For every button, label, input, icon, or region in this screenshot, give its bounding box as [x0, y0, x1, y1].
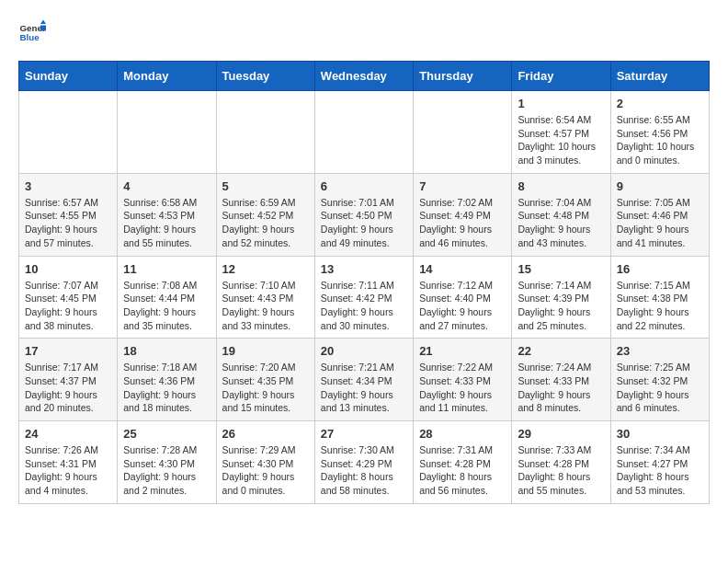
calendar-cell: 12Sunrise: 7:10 AM Sunset: 4:43 PM Dayli…: [216, 256, 314, 339]
day-number: 13: [321, 262, 407, 276]
calendar-cell: 4Sunrise: 6:58 AM Sunset: 4:53 PM Daylig…: [118, 173, 216, 256]
day-of-week-header: Sunday: [19, 62, 118, 91]
calendar-cell: 8Sunrise: 7:04 AM Sunset: 4:48 PM Daylig…: [512, 173, 610, 256]
calendar-cell: 9Sunrise: 7:05 AM Sunset: 4:46 PM Daylig…: [610, 173, 709, 256]
calendar-cell: 16Sunrise: 7:15 AM Sunset: 4:38 PM Dayli…: [610, 256, 709, 339]
day-number: 18: [123, 344, 210, 358]
day-info: Sunrise: 6:54 AM Sunset: 4:57 PM Dayligh…: [518, 113, 604, 167]
calendar-cell: 24Sunrise: 7:26 AM Sunset: 4:31 PM Dayli…: [19, 421, 118, 504]
day-info: Sunrise: 7:22 AM Sunset: 4:33 PM Dayligh…: [419, 361, 506, 415]
calendar-cell: [414, 91, 512, 174]
day-info: Sunrise: 7:21 AM Sunset: 4:34 PM Dayligh…: [321, 361, 407, 415]
calendar-cell: 14Sunrise: 7:12 AM Sunset: 4:40 PM Dayli…: [414, 256, 512, 339]
calendar-cell: 1Sunrise: 6:54 AM Sunset: 4:57 PM Daylig…: [512, 91, 610, 174]
calendar-cell: 18Sunrise: 7:18 AM Sunset: 4:36 PM Dayli…: [118, 339, 216, 421]
day-number: 14: [419, 262, 506, 276]
day-info: Sunrise: 7:34 AM Sunset: 4:27 PM Dayligh…: [617, 443, 703, 498]
logo-icon: General Blue: [18, 18, 46, 46]
day-info: Sunrise: 7:02 AM Sunset: 4:49 PM Dayligh…: [419, 196, 506, 250]
day-number: 1: [518, 97, 604, 110]
calendar-cell: 28Sunrise: 7:31 AM Sunset: 4:28 PM Dayli…: [414, 421, 512, 504]
calendar-cell: 27Sunrise: 7:30 AM Sunset: 4:29 PM Dayli…: [314, 421, 413, 504]
page-header: General Blue: [18, 18, 710, 46]
day-of-week-header: Monday: [118, 62, 216, 91]
calendar-table: SundayMondayTuesdayWednesdayThursdayFrid…: [18, 61, 710, 504]
day-info: Sunrise: 7:26 AM Sunset: 4:31 PM Dayligh…: [25, 443, 111, 498]
calendar-cell: 26Sunrise: 7:29 AM Sunset: 4:30 PM Dayli…: [216, 421, 314, 504]
day-number: 21: [419, 344, 506, 358]
calendar-cell: 15Sunrise: 7:14 AM Sunset: 4:39 PM Dayli…: [512, 256, 610, 339]
day-info: Sunrise: 7:30 AM Sunset: 4:29 PM Dayligh…: [321, 443, 407, 498]
day-number: 17: [25, 344, 111, 358]
day-number: 3: [25, 179, 111, 193]
day-info: Sunrise: 7:31 AM Sunset: 4:28 PM Dayligh…: [419, 443, 506, 498]
calendar-week-row: 17Sunrise: 7:17 AM Sunset: 4:37 PM Dayli…: [19, 339, 710, 421]
day-info: Sunrise: 7:18 AM Sunset: 4:36 PM Dayligh…: [123, 361, 210, 415]
calendar-cell: 29Sunrise: 7:33 AM Sunset: 4:28 PM Dayli…: [512, 421, 610, 504]
day-number: 30: [617, 427, 703, 441]
calendar-cell: 7Sunrise: 7:02 AM Sunset: 4:49 PM Daylig…: [414, 173, 512, 256]
day-number: 5: [222, 179, 309, 193]
day-of-week-header: Tuesday: [216, 62, 314, 91]
day-number: 8: [518, 179, 604, 193]
day-info: Sunrise: 7:33 AM Sunset: 4:28 PM Dayligh…: [518, 443, 604, 498]
day-number: 27: [321, 427, 407, 441]
calendar-cell: 13Sunrise: 7:11 AM Sunset: 4:42 PM Dayli…: [314, 256, 413, 339]
calendar-cell: 6Sunrise: 7:01 AM Sunset: 4:50 PM Daylig…: [314, 173, 413, 256]
calendar-week-row: 24Sunrise: 7:26 AM Sunset: 4:31 PM Dayli…: [19, 421, 710, 504]
day-number: 10: [25, 262, 111, 276]
calendar-header-row: SundayMondayTuesdayWednesdayThursdayFrid…: [19, 62, 710, 91]
day-number: 6: [321, 179, 407, 193]
day-info: Sunrise: 7:12 AM Sunset: 4:40 PM Dayligh…: [419, 279, 506, 333]
day-info: Sunrise: 6:55 AM Sunset: 4:56 PM Dayligh…: [617, 113, 703, 167]
day-info: Sunrise: 7:29 AM Sunset: 4:30 PM Dayligh…: [222, 443, 309, 498]
calendar-cell: 5Sunrise: 6:59 AM Sunset: 4:52 PM Daylig…: [216, 173, 314, 256]
calendar-cell: [19, 91, 118, 174]
day-number: 19: [222, 344, 309, 358]
day-info: Sunrise: 7:10 AM Sunset: 4:43 PM Dayligh…: [222, 279, 309, 333]
svg-marker-2: [40, 20, 46, 25]
day-of-week-header: Saturday: [610, 62, 709, 91]
calendar-cell: [314, 91, 413, 174]
calendar-cell: 3Sunrise: 6:57 AM Sunset: 4:55 PM Daylig…: [19, 173, 118, 256]
day-info: Sunrise: 7:20 AM Sunset: 4:35 PM Dayligh…: [222, 361, 309, 415]
calendar-week-row: 10Sunrise: 7:07 AM Sunset: 4:45 PM Dayli…: [19, 256, 710, 339]
day-of-week-header: Thursday: [414, 62, 512, 91]
day-number: 4: [123, 179, 210, 193]
day-number: 29: [518, 427, 604, 441]
day-number: 12: [222, 262, 309, 276]
day-info: Sunrise: 6:58 AM Sunset: 4:53 PM Dayligh…: [123, 196, 210, 250]
calendar-cell: 20Sunrise: 7:21 AM Sunset: 4:34 PM Dayli…: [314, 339, 413, 421]
day-info: Sunrise: 7:07 AM Sunset: 4:45 PM Dayligh…: [25, 279, 111, 333]
day-number: 2: [617, 97, 703, 110]
day-of-week-header: Wednesday: [314, 62, 413, 91]
calendar-cell: 11Sunrise: 7:08 AM Sunset: 4:44 PM Dayli…: [118, 256, 216, 339]
svg-text:Blue: Blue: [20, 32, 40, 42]
day-of-week-header: Friday: [512, 62, 610, 91]
calendar-cell: 19Sunrise: 7:20 AM Sunset: 4:35 PM Dayli…: [216, 339, 314, 421]
svg-marker-3: [40, 26, 46, 31]
calendar-cell: 17Sunrise: 7:17 AM Sunset: 4:37 PM Dayli…: [19, 339, 118, 421]
calendar-cell: 10Sunrise: 7:07 AM Sunset: 4:45 PM Dayli…: [19, 256, 118, 339]
day-number: 25: [123, 427, 210, 441]
day-info: Sunrise: 7:28 AM Sunset: 4:30 PM Dayligh…: [123, 443, 210, 498]
day-number: 7: [419, 179, 506, 193]
calendar-cell: 22Sunrise: 7:24 AM Sunset: 4:33 PM Dayli…: [512, 339, 610, 421]
day-info: Sunrise: 7:14 AM Sunset: 4:39 PM Dayligh…: [518, 279, 604, 333]
day-number: 11: [123, 262, 210, 276]
day-info: Sunrise: 6:57 AM Sunset: 4:55 PM Dayligh…: [25, 196, 111, 250]
day-info: Sunrise: 7:25 AM Sunset: 4:32 PM Dayligh…: [617, 361, 703, 415]
calendar-cell: 25Sunrise: 7:28 AM Sunset: 4:30 PM Dayli…: [118, 421, 216, 504]
day-number: 16: [617, 262, 703, 276]
day-number: 15: [518, 262, 604, 276]
day-info: Sunrise: 6:59 AM Sunset: 4:52 PM Dayligh…: [222, 196, 309, 250]
day-info: Sunrise: 7:01 AM Sunset: 4:50 PM Dayligh…: [321, 196, 407, 250]
calendar-cell: 21Sunrise: 7:22 AM Sunset: 4:33 PM Dayli…: [414, 339, 512, 421]
day-number: 24: [25, 427, 111, 441]
day-info: Sunrise: 7:11 AM Sunset: 4:42 PM Dayligh…: [321, 279, 407, 333]
day-info: Sunrise: 7:24 AM Sunset: 4:33 PM Dayligh…: [518, 361, 604, 415]
day-info: Sunrise: 7:04 AM Sunset: 4:48 PM Dayligh…: [518, 196, 604, 250]
calendar-cell: [216, 91, 314, 174]
calendar-cell: 30Sunrise: 7:34 AM Sunset: 4:27 PM Dayli…: [610, 421, 709, 504]
day-number: 20: [321, 344, 407, 358]
